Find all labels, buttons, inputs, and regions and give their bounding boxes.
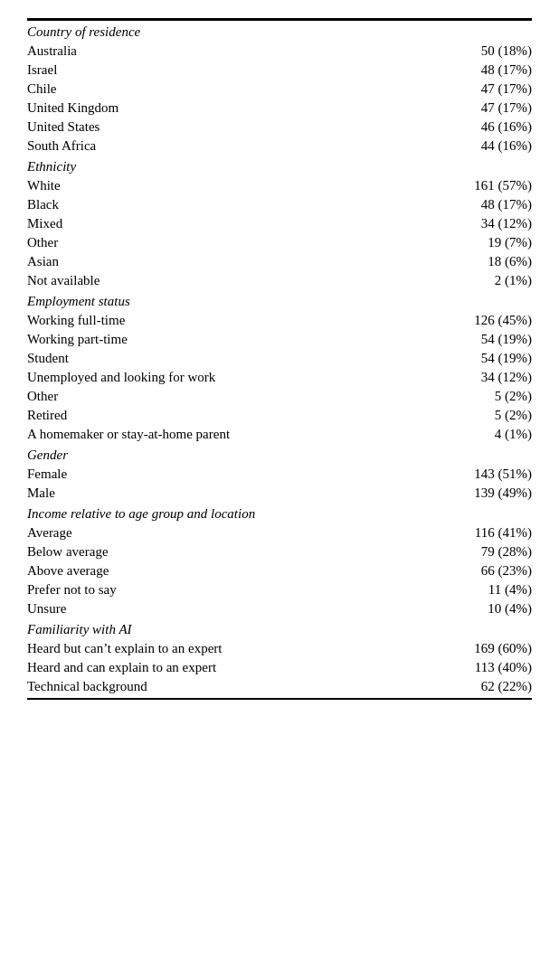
row-value: 11 (4%) <box>381 580 532 599</box>
row-value: 126 (45%) <box>381 311 532 330</box>
section-title: Gender <box>27 444 532 465</box>
section-title: Income relative to age group and locatio… <box>27 503 532 523</box>
table-row: Prefer not to say11 (4%) <box>27 580 532 599</box>
table-row: Not available2 (1%) <box>27 271 532 290</box>
section-header: Familiarity with AI <box>27 618 532 639</box>
row-value: 54 (19%) <box>381 330 532 349</box>
row-label: Student <box>27 349 381 368</box>
row-label: South Africa <box>27 137 381 155</box>
row-label: United Kingdom <box>27 99 381 118</box>
row-label: Heard but can’t explain to an expert <box>27 639 381 658</box>
row-label: Not available <box>27 271 381 290</box>
row-label: Unemployed and looking for work <box>27 368 381 387</box>
row-label: Chile <box>27 80 381 99</box>
section-header: Country of residence <box>27 21 532 42</box>
row-label: Retired <box>27 406 381 425</box>
table-row: United Kingdom47 (17%) <box>27 99 532 118</box>
table-row: Australia50 (18%) <box>27 42 532 61</box>
row-label: Prefer not to say <box>27 580 381 599</box>
section-header: Gender <box>27 444 532 465</box>
table-row: Unsure10 (4%) <box>27 599 532 618</box>
table-row: Average116 (41%) <box>27 523 532 542</box>
section-title: Country of residence <box>27 21 532 42</box>
table-row: United States46 (16%) <box>27 118 532 137</box>
row-value: 4 (1%) <box>381 425 532 444</box>
row-label: Working part-time <box>27 330 381 349</box>
row-value: 5 (2%) <box>381 406 532 425</box>
row-label: Average <box>27 523 381 542</box>
row-label: Mixed <box>27 214 381 233</box>
table-row: Technical background62 (22%) <box>27 677 532 698</box>
statistics-table: Country of residenceAustralia50 (18%)Isr… <box>27 18 532 700</box>
table-row: Israel48 (17%) <box>27 61 532 80</box>
section-header: Income relative to age group and locatio… <box>27 503 532 523</box>
row-label: Above average <box>27 561 381 580</box>
table-row: South Africa44 (16%) <box>27 137 532 155</box>
section-header: Employment status <box>27 290 532 311</box>
table-row: Asian18 (6%) <box>27 252 532 271</box>
row-label: A homemaker or stay-at-home parent <box>27 425 381 444</box>
row-label: United States <box>27 118 381 137</box>
table-row: Mixed34 (12%) <box>27 214 532 233</box>
row-value: 34 (12%) <box>381 368 532 387</box>
footer-label: Technical background <box>27 677 381 698</box>
row-value: 44 (16%) <box>381 137 532 155</box>
row-value: 47 (17%) <box>381 99 532 118</box>
row-value: 161 (57%) <box>381 176 532 195</box>
row-value: 50 (18%) <box>381 42 532 61</box>
row-label: Unsure <box>27 599 381 618</box>
row-value: 10 (4%) <box>381 599 532 618</box>
table-row: Working part-time54 (19%) <box>27 330 532 349</box>
table-row: Below average79 (28%) <box>27 542 532 561</box>
row-label: Male <box>27 484 381 503</box>
table-row: Above average66 (23%) <box>27 561 532 580</box>
row-value: 19 (7%) <box>381 233 532 252</box>
section-title: Familiarity with AI <box>27 618 532 639</box>
row-label: Below average <box>27 542 381 561</box>
row-label: Israel <box>27 61 381 80</box>
row-label: Working full-time <box>27 311 381 330</box>
row-value: 116 (41%) <box>381 523 532 542</box>
row-value: 113 (40%) <box>381 658 532 677</box>
row-label: Black <box>27 195 381 214</box>
row-value: 79 (28%) <box>381 542 532 561</box>
table-row: Black48 (17%) <box>27 195 532 214</box>
row-value: 169 (60%) <box>381 639 532 658</box>
row-label: Other <box>27 387 381 406</box>
row-value: 34 (12%) <box>381 214 532 233</box>
table-row: Chile47 (17%) <box>27 80 532 99</box>
row-label: Female <box>27 465 381 484</box>
row-value: 5 (2%) <box>381 387 532 406</box>
table-row: Other5 (2%) <box>27 387 532 406</box>
table-row: A homemaker or stay-at-home parent4 (1%) <box>27 425 532 444</box>
row-label: Other <box>27 233 381 252</box>
row-value: 48 (17%) <box>381 61 532 80</box>
table-row: White161 (57%) <box>27 176 532 195</box>
row-value: 46 (16%) <box>381 118 532 137</box>
row-label: Heard and can explain to an expert <box>27 658 381 677</box>
table-row: Heard and can explain to an expert113 (4… <box>27 658 532 677</box>
table-row: Male139 (49%) <box>27 484 532 503</box>
row-value: 66 (23%) <box>381 561 532 580</box>
row-value: 139 (49%) <box>381 484 532 503</box>
row-label: Australia <box>27 42 381 61</box>
table-row: Retired5 (2%) <box>27 406 532 425</box>
row-value: 18 (6%) <box>381 252 532 271</box>
row-label: White <box>27 176 381 195</box>
row-value: 2 (1%) <box>381 271 532 290</box>
row-value: 47 (17%) <box>381 80 532 99</box>
table-row: Student54 (19%) <box>27 349 532 368</box>
section-header: Ethnicity <box>27 155 532 176</box>
table-row: Heard but can’t explain to an expert169 … <box>27 639 532 658</box>
row-value: 143 (51%) <box>381 465 532 484</box>
table-row: Female143 (51%) <box>27 465 532 484</box>
table-row: Working full-time126 (45%) <box>27 311 532 330</box>
row-value: 48 (17%) <box>381 195 532 214</box>
row-label: Asian <box>27 252 381 271</box>
table-row: Other19 (7%) <box>27 233 532 252</box>
section-title: Employment status <box>27 290 532 311</box>
row-value: 54 (19%) <box>381 349 532 368</box>
footer-value: 62 (22%) <box>381 677 532 698</box>
table-row: Unemployed and looking for work34 (12%) <box>27 368 532 387</box>
section-title: Ethnicity <box>27 155 532 176</box>
